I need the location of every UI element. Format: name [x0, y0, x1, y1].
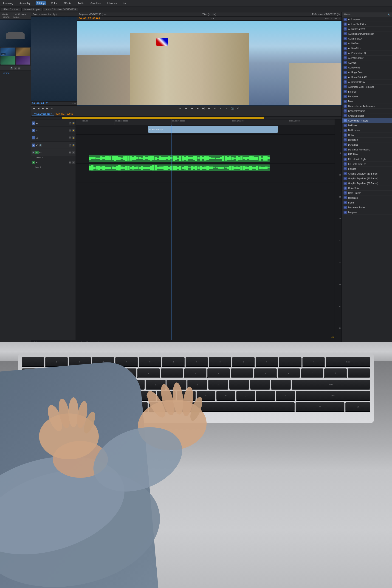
effect-aunbandeq[interactable]: ⊞ AUNBandEQ	[342, 36, 392, 41]
key-bracket-r[interactable]: ]	[324, 368, 347, 378]
menu-more[interactable]: >>	[122, 2, 128, 5]
key-5[interactable]: 5	[139, 357, 161, 366]
audio-clip-a1-2[interactable]	[89, 164, 270, 171]
step-fwd-source[interactable]: ▶	[46, 106, 49, 110]
key-p[interactable]: p	[278, 368, 300, 378]
tab-effect-controls[interactable]: Effect Controls	[1, 8, 21, 11]
a1-sync-lock[interactable]: 🔗	[32, 151, 35, 154]
key-backslash[interactable]: \	[348, 368, 370, 378]
key-shift-r[interactable]: shift	[296, 391, 370, 400]
a2-s-btn[interactable]: S	[72, 161, 75, 164]
effect-guitarsuite[interactable]: ⊞ GuitarSuite	[342, 186, 392, 191]
librarie-tab[interactable]: Librarie	[0, 71, 31, 75]
key-1[interactable]: 1	[45, 357, 68, 366]
play-btn-program[interactable]: ⏮	[178, 106, 182, 110]
thumb-4[interactable]	[16, 56, 30, 64]
effect-graphic-eq-10[interactable]: ⊞ Graphic Equalizer (10 Bands)	[342, 171, 392, 176]
thumb-2[interactable]	[16, 48, 30, 56]
v3-lock-btn[interactable]: 🔒	[72, 129, 75, 132]
a1-m-btn[interactable]: M	[69, 151, 72, 154]
key-7[interactable]: 7	[186, 357, 208, 366]
key-cmd-r[interactable]: ⌘	[296, 402, 344, 411]
key-quote[interactable]: '	[271, 380, 291, 389]
step-back-source[interactable]: ◀	[37, 106, 40, 110]
tab-audio-clip-mixer[interactable]: Audio Clip Mixer: VIDEO0235	[43, 8, 78, 11]
menu-editing[interactable]: Editing	[36, 2, 46, 5]
key-6[interactable]: 6	[162, 357, 185, 366]
key-o[interactable]: o	[254, 368, 277, 378]
key-y[interactable]: y	[184, 368, 207, 378]
step-frame-back[interactable]: |◀	[190, 106, 194, 110]
effect-chorus-flanger[interactable]: ⊞ Chorus/Flanger	[342, 114, 392, 118]
menu-libraries[interactable]: Libraries	[106, 2, 118, 5]
key-j[interactable]: j	[188, 380, 207, 389]
effect-delay[interactable]: ⊞ Delay	[342, 133, 392, 138]
effect-dehummer[interactable]: ⊞ DeHummer	[342, 128, 392, 133]
insert-btn[interactable]: ↙	[219, 106, 222, 110]
effect-aumatrixreverb[interactable]: ⊞ AUMatrixReverb	[342, 27, 392, 32]
effect-auparametriceq[interactable]: ⊞ AUParametricEQ	[342, 51, 392, 56]
effect-hard-limiter[interactable]: ⊞ Hard Limiter	[342, 191, 392, 196]
key-i[interactable]: i	[231, 368, 253, 378]
key-return[interactable]: return	[292, 380, 370, 389]
effect-binauralyzer[interactable]: ⊞ Binauralyzer - Ambisonics	[342, 104, 392, 109]
key-bracket-l[interactable]: [	[301, 368, 324, 378]
effect-channel-volume[interactable]: ⊞ Channel Volume	[342, 109, 392, 114]
menu-assembly[interactable]: Assembly	[18, 2, 32, 5]
v4-eye-btn[interactable]: 👁	[69, 122, 72, 124]
effect-automatic-click-remover[interactable]: ⊞ Automatic Click Remover	[342, 84, 392, 89]
effect-loudness-radar[interactable]: ⊞ Loudness Radar	[342, 205, 392, 210]
effect-balance[interactable]: ⊞ Balance	[342, 89, 392, 94]
effect-aupitch[interactable]: ⊞ AUPitch	[342, 60, 392, 65]
key-slash[interactable]: /	[276, 391, 295, 400]
key-b[interactable]: b	[176, 391, 196, 400]
list-btn[interactable]: ≡	[14, 67, 17, 70]
timeline-tab-sequence[interactable]: VIDEO0235 (1) ≡	[32, 112, 54, 116]
key-period[interactable]: .	[256, 391, 275, 400]
tab-lumetri-scopes[interactable]: Lumetri Scopes	[21, 8, 42, 11]
end-program[interactable]: ⏭	[213, 106, 217, 110]
key-semicolon[interactable]: ;	[250, 380, 270, 389]
key-h[interactable]: h	[166, 380, 186, 389]
key-m[interactable]: m	[216, 391, 236, 400]
grid-btn[interactable]: ⊞	[18, 67, 20, 70]
key-g[interactable]: g	[146, 380, 166, 389]
effect-convolution-reverb[interactable]: ⊞ Convolution Reverb	[342, 118, 392, 123]
effect-dynamics-processing[interactable]: ⊞ Dynamics Processing	[342, 147, 392, 152]
a2-m-btn[interactable]: M	[69, 161, 72, 164]
effect-fft-filter[interactable]: ⊞ FFT Filter	[342, 152, 392, 157]
effects-search-icon[interactable]: 🔍	[388, 14, 390, 16]
playhead[interactable]	[172, 125, 172, 340]
key-8[interactable]: 8	[209, 357, 231, 366]
effect-aulowpass[interactable]: ⊞ AULowpass	[342, 17, 392, 22]
search-btn[interactable]: 🔍	[10, 67, 13, 70]
key-l[interactable]: l	[229, 380, 249, 389]
effect-ausampledelay[interactable]: ⊞ AUSampleDelay	[342, 80, 392, 84]
menu-color[interactable]: Color	[50, 2, 58, 5]
effect-flanger[interactable]: ⊞ Flanger	[342, 166, 392, 171]
effect-fill-right-left[interactable]: ⊞ Fill Right with Left	[342, 162, 392, 166]
a1-s-btn[interactable]: S	[72, 151, 75, 154]
effect-fill-left-right[interactable]: ⊞ Fill Left with Right	[342, 157, 392, 162]
effect-bandpass[interactable]: ⊞ Bandpass	[342, 94, 392, 99]
settings-btn[interactable]: ⚙	[236, 106, 240, 110]
effect-aumultibandcompressor[interactable]: ⊞ AUMultibandCompressor	[342, 32, 392, 36]
video-clip-v2[interactable]: VIDEO0258.mp4	[148, 126, 278, 133]
effect-auroundtripaac[interactable]: ⊞ AURoundTripAAC	[342, 75, 392, 80]
menu-effects[interactable]: Effects	[62, 2, 72, 5]
v2-lock-btn[interactable]: 🔒	[72, 136, 75, 139]
key-tilde[interactable]: ~	[22, 357, 44, 366]
key-k[interactable]: k	[208, 380, 228, 389]
audio-clip-a1[interactable]	[89, 155, 270, 162]
export-btn[interactable]: 📷	[230, 106, 234, 110]
key-n[interactable]: n	[196, 391, 216, 400]
effect-highpass[interactable]: ⊞ Highpass	[342, 196, 392, 200]
key-0[interactable]: 0	[256, 357, 278, 366]
key-minus[interactable]: -	[279, 357, 302, 366]
effect-bass[interactable]: ⊞ Bass	[342, 99, 392, 104]
effect-aulowshelffilter[interactable]: ⊞ AULowShelfFilter	[342, 22, 392, 27]
v2-eye-btn[interactable]: 👁	[69, 136, 72, 139]
key-v[interactable]: v	[157, 391, 176, 400]
key-space[interactable]	[148, 402, 295, 411]
thumb-1[interactable]: 4:01	[0, 48, 15, 56]
